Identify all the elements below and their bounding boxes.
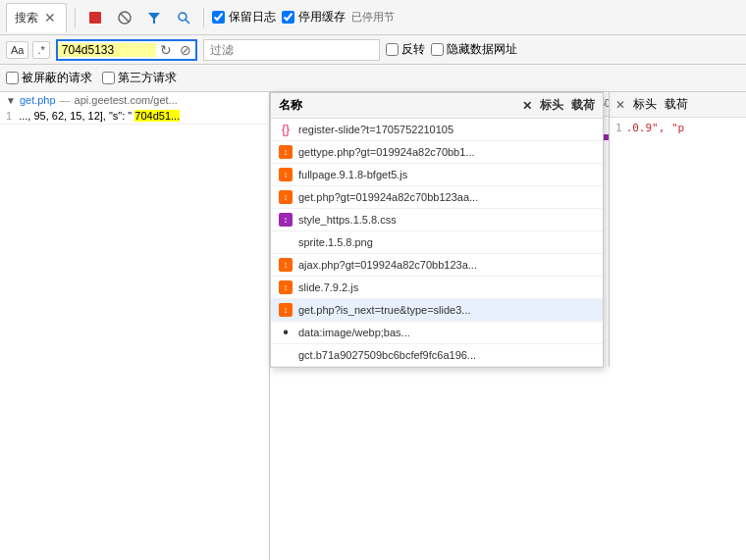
disable-cache-label[interactable]: 停用缓存	[282, 9, 346, 25]
item-label: gct.b71a9027509bc6bcfef9fc6a196...	[298, 349, 595, 361]
regex-button[interactable]: .*	[32, 41, 49, 59]
svg-point-4	[179, 13, 186, 21]
list-item[interactable]: gct.b71a9027509bc6bcfef9fc6a196...	[271, 344, 603, 367]
response-tab1[interactable]: 标头	[540, 97, 563, 114]
no-icon	[279, 235, 293, 249]
response-line: 1 .0.9", "p	[615, 122, 740, 134]
search-results-panel: ▼ get.php — api.geetest.com/get... 1 ...…	[0, 92, 270, 560]
list-item[interactable]: ↕ fullpage.9.1.8-bfget5.js	[271, 164, 603, 186]
dropdown-panel: 名称 ✕ 标头 载荷 {} register-slide?t=170575221…	[270, 92, 604, 368]
list-item-highlighted[interactable]: ↕ get.php?is_next=true&type=slide3...	[271, 299, 603, 322]
divider2	[203, 8, 204, 27]
search-options: Aa .*	[6, 41, 50, 59]
code-icon: {}	[279, 123, 293, 136]
search-button[interactable]	[172, 6, 195, 29]
filter-button[interactable]	[142, 6, 166, 29]
invert-label[interactable]: 反转	[386, 41, 425, 58]
orange-icon: ↕	[279, 303, 293, 317]
blocked-requests-checkbox[interactable]	[6, 72, 19, 84]
aa-button[interactable]: Aa	[6, 41, 28, 59]
invert-text: 反转	[401, 41, 425, 58]
item-label: register-slide?t=1705752210105	[298, 124, 595, 135]
filter-input[interactable]	[203, 39, 380, 61]
clear-button[interactable]	[113, 6, 136, 29]
orange-icon: ↕	[279, 190, 293, 204]
response-header-tab2[interactable]: 载荷	[665, 96, 688, 113]
blocked-requests-label[interactable]: 被屏蔽的请求	[6, 70, 92, 86]
third-party-label[interactable]: 第三方请求	[102, 70, 177, 86]
result-file: get.php	[20, 94, 56, 106]
response-content: 1 .0.9", "p	[610, 118, 746, 138]
preserve-log-checkbox[interactable]	[212, 11, 225, 24]
item-label: get.php?is_next=true&type=slide3...	[298, 304, 595, 316]
search-result-header: ▼ get.php — api.geetest.com/get...	[0, 92, 269, 108]
item-label: data:image/webp;bas...	[298, 327, 595, 338]
svg-line-2	[121, 14, 129, 22]
purple-icon: ↕	[279, 213, 293, 227]
hide-data-text: 隐藏数据网址	[447, 41, 517, 58]
response-header: ✕ 标头 载荷	[610, 92, 746, 118]
hide-data-checkbox[interactable]	[431, 43, 444, 56]
invert-checkbox[interactable]	[386, 43, 399, 56]
list-item[interactable]: ↕ gettype.php?gt=019924a82c70bb1...	[271, 141, 603, 164]
list-item[interactable]: ↕ style_https.1.5.8.css	[271, 209, 603, 231]
preserve-log-label[interactable]: 保留日志	[212, 9, 276, 25]
third-party-checkbox[interactable]	[102, 72, 115, 84]
search-result-item[interactable]: 1 ..., 95, 62, 15, 12], "s": " 704d51...	[0, 108, 269, 125]
orange-icon: ↕	[279, 168, 293, 181]
result-separator: —	[60, 94, 71, 106]
orange-icon: ↕	[279, 258, 293, 272]
clear-search-icon[interactable]: ⊘	[176, 40, 195, 60]
item-label: get.php?gt=019924a82c70bb123aa...	[298, 191, 595, 203]
main-toolbar: 搜索 ✕ 保留日志 停用缓存 已停用节	[0, 0, 746, 35]
item-label: slide.7.9.2.js	[298, 281, 595, 293]
close-dropdown-icon[interactable]: ✕	[522, 99, 532, 113]
dot-icon: •	[279, 326, 293, 339]
result-url: api.geetest.com/get...	[75, 94, 178, 106]
dropdown-header-actions: ✕ 标头 载荷	[522, 97, 595, 114]
result-match-highlight: 704d51...	[134, 110, 180, 122]
hide-data-label[interactable]: 隐藏数据网址	[431, 41, 517, 58]
list-item[interactable]: ↕ slide.7.9.2.js	[271, 277, 603, 299]
list-item[interactable]: sprite.1.5.8.png	[271, 231, 603, 254]
list-item[interactable]: ↕ get.php?gt=019924a82c70bb123aa...	[271, 186, 603, 209]
list-item[interactable]: {} register-slide?t=1705752210105	[271, 119, 603, 141]
preserve-log-text: 保留日志	[229, 9, 276, 25]
response-header-tab1[interactable]: 标头	[633, 96, 657, 113]
item-label: style_https.1.5.8.css	[298, 214, 595, 226]
search-input[interactable]	[58, 43, 156, 57]
blocked-requests-text: 被屏蔽的请求	[22, 70, 92, 86]
close-response-icon[interactable]: ✕	[615, 98, 625, 112]
item-label: ajax.php?gt=019924a82c70bb123a...	[298, 259, 595, 271]
item-label: gettype.php?gt=019924a82c70bb1...	[298, 146, 595, 158]
svg-rect-0	[89, 12, 101, 24]
refresh-icon[interactable]: ↻	[156, 40, 176, 60]
item-label: sprite.1.5.8.png	[298, 236, 595, 248]
search-tab[interactable]: 搜索 ✕	[6, 3, 67, 32]
response-panel: ✕ 标头 载荷 1 .0.9", "p	[609, 92, 746, 367]
response-tab2[interactable]: 载荷	[571, 97, 595, 114]
svg-line-5	[186, 20, 189, 24]
dropdown-list: {} register-slide?t=1705752210105 ↕ gett…	[271, 119, 603, 367]
dropdown-header: 名称 ✕ 标头 载荷	[271, 93, 603, 119]
disable-cache-text: 停用缓存	[298, 9, 346, 25]
disable-cache-checkbox[interactable]	[282, 11, 294, 24]
divider1	[75, 8, 76, 27]
result-content-prefix: ..., 95, 62, 15, 12], "s": "	[19, 110, 132, 122]
search-toolbar: Aa .* ↻ ⊘ 反转 隐藏数据网址	[0, 35, 746, 65]
tab-label: 搜索	[15, 10, 38, 26]
item-label: fullpage.9.1.8-bfget5.js	[298, 169, 595, 180]
result-arrow-icon: ▼	[6, 95, 16, 106]
no-icon2	[279, 348, 293, 362]
orange-icon: ↕	[279, 145, 293, 159]
response-line-num: 1	[615, 122, 622, 134]
list-item[interactable]: • data:image/webp;bas...	[271, 322, 603, 344]
response-text: .0.9", "p	[626, 122, 685, 134]
list-item[interactable]: ↕ ajax.php?gt=019924a82c70bb123a...	[271, 254, 603, 277]
dropdown-title: 名称	[279, 97, 302, 114]
close-tab-icon[interactable]: ✕	[42, 10, 58, 25]
cache-status-text: 已停用节	[351, 10, 395, 25]
stop-button[interactable]	[83, 6, 107, 29]
third-party-text: 第三方请求	[118, 70, 177, 86]
search-input-box: ↻ ⊘	[56, 39, 197, 61]
